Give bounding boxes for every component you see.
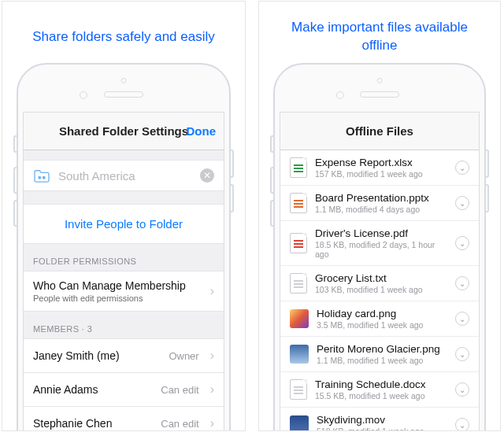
chevron-down-icon[interactable]: ⌄ xyxy=(455,382,469,397)
file-meta: Training Schedule.docx15.5 KB, modified … xyxy=(315,378,447,401)
file-name: Board Presentation.pptx xyxy=(315,192,447,204)
phone-frame: Shared Folder Settings Done South Americ… xyxy=(17,63,231,431)
file-meta: Driver's License.pdf18.5 KB, modified 2 … xyxy=(315,227,447,259)
file-type-icon xyxy=(290,193,307,213)
file-row[interactable]: Training Schedule.docx15.5 KB, modified … xyxy=(280,372,479,408)
file-meta: Expense Report.xlsx157 KB, modified 1 we… xyxy=(315,157,447,179)
chevron-down-icon[interactable]: ⌄ xyxy=(455,236,469,250)
file-name: Driver's License.pdf xyxy=(315,227,447,239)
folder-name-value: South America xyxy=(58,169,192,183)
file-row[interactable]: Board Presentation.pptx1.1 MB, modified … xyxy=(280,186,479,221)
manage-membership-subtitle: People with edit permissions xyxy=(33,294,199,303)
file-row[interactable]: Driver's License.pdf18.5 KB, modified 2 … xyxy=(280,221,479,266)
svg-point-1 xyxy=(43,176,46,179)
phone-frame: Offline Files Expense Report.xlsx157 KB,… xyxy=(273,63,486,431)
file-subtitle: 1.1 MB, modified 1 week ago xyxy=(317,356,447,365)
chevron-down-icon[interactable]: ⌄ xyxy=(455,276,469,290)
shared-folder-icon xyxy=(33,168,50,183)
headline-right: Make important files available offline xyxy=(259,2,500,58)
file-name: Grocery List.txt xyxy=(315,272,447,284)
file-type-icon xyxy=(290,233,307,253)
file-subtitle: 157 KB, modified 1 week ago xyxy=(315,169,447,179)
chevron-right-icon: › xyxy=(206,349,214,363)
section-members: MEMBERS · 3 xyxy=(24,312,224,338)
file-meta: Board Presentation.pptx1.1 MB, modified … xyxy=(315,192,447,214)
chevron-down-icon[interactable]: ⌄ xyxy=(455,312,469,326)
offline-title: Offline Files xyxy=(280,113,479,150)
file-subtitle: 3.5 MB, modified 1 week ago xyxy=(317,320,447,330)
section-folder-permissions: FOLDER PERMISSIONS xyxy=(24,244,224,271)
chevron-down-icon[interactable]: ⌄ xyxy=(455,347,469,361)
file-row[interactable]: Expense Report.xlsx157 KB, modified 1 we… xyxy=(280,150,479,186)
member-role: Owner xyxy=(169,350,198,362)
chevron-down-icon[interactable]: ⌄ xyxy=(455,418,469,431)
file-row[interactable]: Perito Moreno Glacier.png1.1 MB, modifie… xyxy=(280,337,479,372)
marketing-panel-right: Make important files available offline O… xyxy=(258,1,501,431)
file-thumbnail xyxy=(290,415,309,431)
screen-shared-folder: Shared Folder Settings Done South Americ… xyxy=(23,112,224,431)
file-thumbnail xyxy=(290,345,309,364)
file-subtitle: 518 KB, modified 1 week ago xyxy=(317,426,447,431)
member-name: Annie Adams xyxy=(33,383,154,396)
member-name: Janey Smith (me) xyxy=(33,349,162,362)
file-thumbnail xyxy=(290,309,309,328)
chevron-down-icon[interactable]: ⌄ xyxy=(455,196,469,210)
file-row[interactable]: Grocery List.txt103 KB, modified 1 week … xyxy=(280,266,479,301)
chevron-right-icon: › xyxy=(206,416,214,430)
marketing-panel-left: Share folders safely and easily Shared F… xyxy=(2,1,246,431)
file-meta: Skydiving.mov518 KB, modified 1 week ago xyxy=(317,414,447,431)
done-button[interactable]: Done xyxy=(187,124,217,138)
invite-people-button[interactable]: Invite People to Folder xyxy=(24,204,224,244)
file-subtitle: 18.5 KB, modified 2 days, 1 hour ago xyxy=(315,240,447,259)
file-name: Skydiving.mov xyxy=(317,414,447,426)
chevron-right-icon: › xyxy=(206,284,214,298)
folder-name-field[interactable]: South America ✕ xyxy=(24,160,224,191)
file-name: Expense Report.xlsx xyxy=(315,157,447,168)
file-meta: Perito Moreno Glacier.png1.1 MB, modifie… xyxy=(317,343,447,365)
screen-offline-files: Offline Files Expense Report.xlsx157 KB,… xyxy=(280,112,480,431)
member-row[interactable]: Annie Adams Can edit › xyxy=(24,373,224,407)
manage-membership-row[interactable]: Who Can Manage Membership People with ed… xyxy=(24,271,224,312)
file-type-icon xyxy=(290,273,307,294)
file-name: Training Schedule.docx xyxy=(315,378,447,390)
file-type-icon xyxy=(290,157,307,178)
member-row[interactable]: Janey Smith (me) Owner › xyxy=(24,338,224,373)
chevron-right-icon: › xyxy=(206,382,214,397)
file-subtitle: 103 KB, modified 1 week ago xyxy=(315,285,447,294)
file-type-icon xyxy=(290,379,307,400)
file-meta: Holiday card.png3.5 MB, modified 1 week … xyxy=(317,308,447,330)
member-role: Can edit xyxy=(161,384,198,396)
svg-point-0 xyxy=(38,176,41,179)
file-subtitle: 15.5 KB, modified 1 week ago xyxy=(315,391,447,401)
headline-left: Share folders safely and easily xyxy=(2,2,245,58)
member-row[interactable]: Stephanie Chen Can edit › xyxy=(24,407,224,431)
member-name: Stephanie Chen xyxy=(33,417,154,430)
navbar: Shared Folder Settings Done xyxy=(24,113,224,150)
file-row[interactable]: Skydiving.mov518 KB, modified 1 week ago… xyxy=(280,408,479,431)
nav-title: Shared Folder Settings xyxy=(59,124,188,138)
file-subtitle: 1.1 MB, modified 4 days ago xyxy=(315,205,447,214)
member-role: Can edit xyxy=(161,418,198,430)
members-list: Janey Smith (me) Owner › Annie Adams Can… xyxy=(24,338,224,431)
file-name: Perito Moreno Glacier.png xyxy=(317,343,447,355)
manage-membership-title: Who Can Manage Membership xyxy=(33,279,199,292)
file-row[interactable]: Holiday card.png3.5 MB, modified 1 week … xyxy=(280,301,479,337)
file-name: Holiday card.png xyxy=(317,308,447,319)
file-meta: Grocery List.txt103 KB, modified 1 week … xyxy=(315,272,447,294)
chevron-down-icon[interactable]: ⌄ xyxy=(455,161,469,175)
offline-file-list: Expense Report.xlsx157 KB, modified 1 we… xyxy=(280,150,479,431)
clear-icon[interactable]: ✕ xyxy=(200,168,214,183)
